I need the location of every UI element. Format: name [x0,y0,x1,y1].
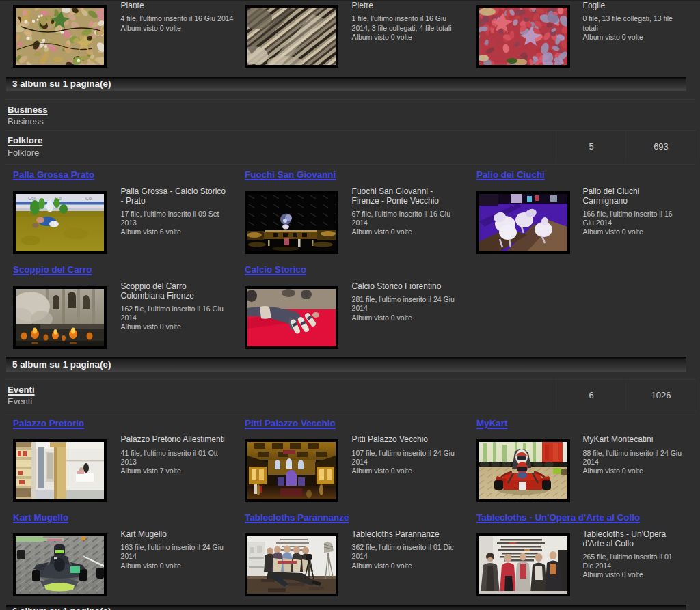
svg-text:Co: Co [85,196,92,201]
svg-text:Col: Col [28,196,36,201]
